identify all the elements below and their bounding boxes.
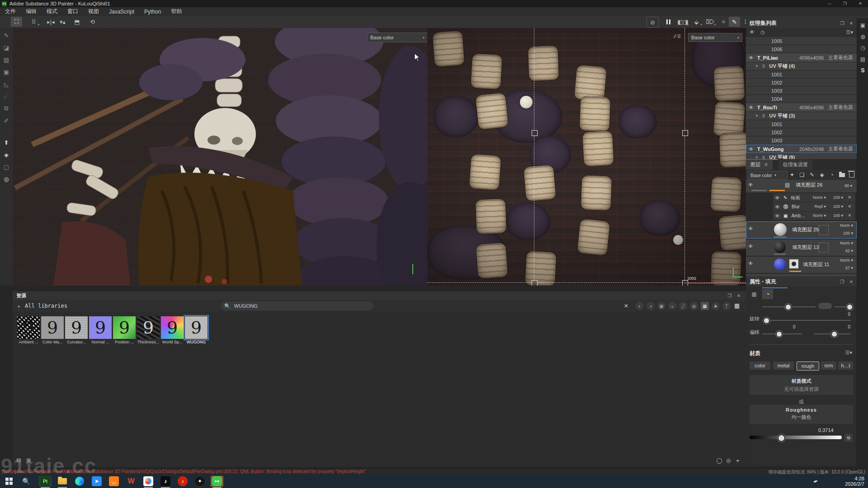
clone-tool-icon[interactable]: ⧉	[1, 103, 11, 113]
shader-settings-icon[interactable]: ◍	[859, 33, 867, 41]
add-stamp-icon[interactable]: ❏	[797, 171, 807, 179]
close-panel-icon[interactable]: ✕	[848, 19, 855, 27]
texture-set-row[interactable]: 👁 T_PiLiao 4096x4096 主要着色器	[746, 53, 857, 62]
eye-icon[interactable]: 👁	[748, 244, 753, 249]
effect-row-ambient[interactable]: 👁 ▣ Amb… Norm ▾ 100 ▾ ✕	[773, 211, 855, 220]
uv-tile-handle[interactable]	[532, 130, 538, 136]
offset-x-knob[interactable]	[776, 331, 783, 338]
material-mode-box[interactable]: 材质模式 无可供选择资源	[750, 375, 853, 395]
taskbar-douyin[interactable]: ♪	[159, 476, 172, 487]
add-paint-layer-icon[interactable]: ✎	[807, 171, 816, 179]
channel-color-button[interactable]: color	[750, 361, 770, 370]
taskbar-baidu-netdisk[interactable]	[142, 476, 155, 487]
shelf-detail-view-icon[interactable]: ⊞	[26, 457, 31, 464]
material-filter-icon[interactable]: ☰▾	[845, 350, 852, 356]
filter-procedurals-icon[interactable]: ◍	[690, 302, 698, 310]
3d-channel-select[interactable]: Base color▾	[367, 33, 427, 42]
rotation-slider[interactable]	[762, 320, 851, 321]
uv-tile-row[interactable]: 1006	[746, 45, 857, 53]
uv-tile-handle[interactable]	[532, 280, 538, 286]
asset-position[interactable]: 9 Position ...	[112, 316, 137, 344]
uv-tiles-group-row[interactable]: ▼ ⠿ UV 平铺 (4)	[746, 62, 857, 70]
float-panel-icon[interactable]: ❐	[726, 292, 733, 299]
taskbar-netease-music[interactable]: ♪	[176, 476, 189, 487]
mask-slot[interactable]	[819, 225, 829, 235]
2d-channel-select[interactable]: Base color▾	[688, 33, 742, 42]
clear-search-icon[interactable]: ✕	[624, 303, 628, 309]
asset-curvature[interactable]: 9 Curvatur...	[64, 316, 89, 344]
shelf-refresh-icon[interactable]: ◯	[716, 457, 722, 464]
mirror-horizontal-icon[interactable]: ▸|◂	[45, 17, 57, 27]
stamp-tool-icon[interactable]: ▣	[1, 67, 11, 77]
roughness-slider[interactable]	[750, 436, 842, 439]
symmetry-off-icon[interactable]: ⊘	[646, 17, 659, 28]
channel-height-button[interactable]: h…t	[838, 361, 853, 370]
layer-opacity[interactable]: 88 ▾	[844, 183, 852, 188]
maximize-button[interactable]: ❐	[837, 0, 853, 7]
filter-smart-masks-icon[interactable]: ◒	[668, 302, 676, 310]
chevron-down-icon[interactable]: ▼	[755, 114, 759, 118]
asset-wugong-selected[interactable]: 9 WUGONG	[184, 316, 208, 344]
taskbar-painter[interactable]: Pt	[39, 476, 52, 487]
perspective-icon[interactable]: ⬙▾	[691, 17, 702, 27]
tiling-mode-icon[interactable]: ⠿▾	[28, 17, 39, 27]
shelf-target-icon[interactable]: ◎	[726, 457, 731, 464]
shelf-search-input[interactable]: 🔍 WUGONG	[221, 301, 373, 310]
effect-row-blur[interactable]: 👁 Ⓢ Blur Repl ▾ 100 ▾ ✕	[773, 202, 855, 211]
uv-tile-row[interactable]: 1004	[746, 95, 857, 103]
taskbar-wechat[interactable]: ●●	[211, 476, 223, 487]
library-breadcrumb[interactable]: All libraries	[25, 303, 67, 309]
menu-python[interactable]: Python	[139, 7, 166, 16]
taskbar-clock[interactable]: 4:28 2026/2/7	[845, 476, 864, 487]
color-picker-icon[interactable]: ⧉	[844, 434, 853, 442]
menu-file[interactable]: 文件	[0, 7, 21, 16]
symmetry-settings-icon[interactable]: ◧◨▾	[677, 17, 689, 27]
mask-slot[interactable]	[819, 243, 829, 253]
eye-icon[interactable]: 👁	[749, 55, 754, 61]
tab-material-icon[interactable]: ◔	[762, 289, 773, 299]
close-panel-icon[interactable]: ✕	[848, 278, 855, 285]
filter-fonts-icon[interactable]: T	[722, 302, 731, 310]
list-filter-icon[interactable]: ☰▾	[846, 29, 853, 35]
layers-channel-select[interactable]: Base color▾	[748, 171, 788, 180]
polygon-fill-tool-icon[interactable]: ◺	[1, 79, 11, 89]
uv-tile-handle[interactable]	[682, 130, 688, 136]
eye-icon[interactable]: 👁	[749, 105, 754, 110]
layer-row-13[interactable]: 👁 填充图层 13 Norm ▾ 62 ▾	[746, 239, 857, 256]
viewport-3d[interactable]: Base color▾	[13, 28, 427, 286]
bucket-fill-icon[interactable]: ◈	[1, 150, 11, 160]
history-icon[interactable]: ◷	[859, 44, 867, 52]
taskbar-dark-app[interactable]: ✦	[193, 476, 206, 487]
asset-thickness[interactable]: 9 Thickness...	[136, 316, 160, 344]
channel-nrm-button[interactable]: nrm	[821, 361, 836, 370]
float-panel-icon[interactable]: ❐	[839, 278, 846, 285]
taskbar-search-icon[interactable]: 🔍	[20, 476, 33, 487]
transform-tool-icon[interactable]: ⛶	[11, 17, 22, 27]
asset-normal[interactable]: 9 Normal ...	[88, 316, 113, 344]
rotation-slider-knob[interactable]	[763, 317, 770, 324]
uv-tile-row[interactable]: 1001	[746, 120, 857, 128]
smudge-tool-icon[interactable]: ☄	[1, 91, 11, 101]
menu-view[interactable]: 视图	[83, 7, 104, 16]
layer-thumbnail[interactable]	[774, 223, 787, 236]
eye-icon[interactable]: 👁	[748, 261, 753, 266]
reset-view-icon[interactable]: ⟲	[87, 17, 98, 27]
visibility-all-icon[interactable]: 👁	[750, 29, 755, 35]
filter-materials-icon[interactable]: ◐	[636, 302, 644, 310]
chevron-down-icon[interactable]: ▼	[755, 64, 759, 68]
filter-environments-icon[interactable]: ⛰	[712, 302, 720, 310]
grid-view-icon[interactable]: ▦	[734, 302, 740, 309]
taskbar-thunder[interactable]: ➤	[90, 476, 103, 487]
mask-icon[interactable]: ▢	[1, 162, 11, 172]
brush-mode-icon[interactable]: ✎	[729, 17, 740, 27]
minimize-button[interactable]: —	[822, 0, 837, 7]
offset-y-knob[interactable]	[831, 331, 838, 338]
camera-mode-icon[interactable]: ⌦▾	[704, 17, 716, 27]
ink-workspace-icon[interactable]: ✒	[812, 478, 819, 486]
eye-icon[interactable]: 👁	[775, 213, 780, 219]
pause-engine-icon[interactable]	[663, 17, 674, 27]
texture-set-row[interactable]: 👁 T_RouTi 4096x4096 主要着色器	[746, 103, 857, 112]
menu-window[interactable]: 窗口	[62, 7, 83, 16]
chevron-right-icon[interactable]: ▸	[18, 304, 20, 309]
projection-tool-icon[interactable]: ▨	[1, 55, 11, 65]
